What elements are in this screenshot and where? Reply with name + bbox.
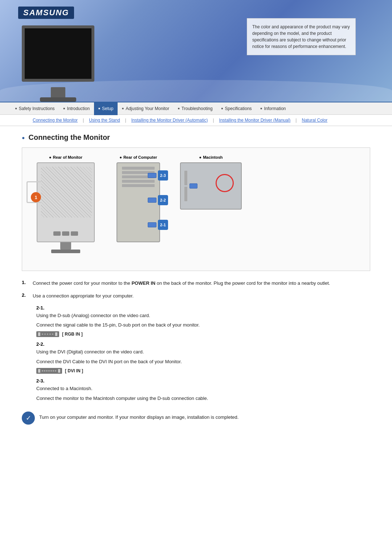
instruction-1: 1. Connect the power cord for your monit…	[22, 280, 370, 287]
note-row: ✓ Turn on your computer and monitor. If …	[22, 408, 370, 428]
subnav-natural-color[interactable]: Natural Color	[298, 118, 331, 123]
port-2	[62, 231, 69, 236]
mac-box	[180, 162, 242, 210]
main-content: Connecting the Monitor Rear of Monitor	[0, 126, 392, 436]
notice-box: The color and appearance of the product …	[247, 18, 356, 55]
header-banner: SAMSUNG The color and appearance of the …	[0, 0, 392, 102]
comp-port-top	[148, 173, 156, 178]
sub-instr-line2-22: Connect the DVI Cable to the DVI IN port…	[36, 358, 370, 366]
step21-badge: 2-1	[158, 220, 168, 230]
nav-adjusting[interactable]: Adjusting Your Monitor	[118, 102, 173, 115]
connection-diagram: Rear of Monitor 1	[22, 147, 370, 271]
nav-troubleshooting[interactable]: Troubleshooting	[173, 102, 217, 115]
comp-slot-1	[122, 167, 155, 170]
subnav-driver-auto[interactable]: Installing the Monitor Driver (Automatic…	[128, 118, 212, 123]
rgb-port-icon	[38, 332, 40, 336]
port-row	[53, 231, 78, 236]
sub-instruction-22: 2-2. Using the DVI (Digital) connector o…	[36, 341, 370, 374]
instr-text-2: Use a connection appropriate for your co…	[33, 292, 134, 300]
subnav-divider-1: |	[83, 118, 84, 123]
power-in-bold: POWER IN	[131, 280, 155, 286]
monitor-base-diagram	[51, 250, 80, 253]
mac-slot-1	[184, 171, 187, 185]
mac-slot-2	[184, 187, 187, 201]
sub-nav: Connecting the Monitor | Using the Stand…	[0, 115, 392, 126]
sub-instr-num-23: 2-3.	[36, 378, 370, 384]
rear-computer-label: Rear of Computer	[119, 155, 157, 159]
sub-instr-line2-23: Connect the monitor to the Macintosh com…	[36, 395, 370, 402]
mac-port	[189, 183, 197, 189]
subnav-divider-4: |	[295, 118, 297, 123]
nav-setup[interactable]: Setup	[94, 102, 118, 115]
nav-safety[interactable]: Safety Instructions	[11, 102, 59, 115]
sub-instruction-23: 2-3. Connected to a Macintosh. Connect t…	[36, 378, 370, 402]
subnav-divider-2: |	[125, 118, 126, 123]
mac-label: Macintosh	[199, 155, 222, 159]
instr-num-1: 1.	[22, 280, 33, 287]
sub-instr-num-21: 2-1.	[36, 305, 370, 311]
comp-port-mid	[148, 198, 156, 203]
step22-badge: 2-2	[158, 195, 168, 205]
nav-specifications[interactable]: Specifications	[217, 102, 256, 115]
step23-badge: 2-3	[158, 170, 168, 181]
subnav-divider-3: |	[213, 118, 214, 123]
sub-instr-line1-22: Using the DVI (Digital) connector on the…	[36, 348, 370, 356]
nav-information[interactable]: Information	[256, 102, 290, 115]
sub-instr-line1-21: Using the D-sub (Analog) connector on th…	[36, 312, 370, 320]
sub-instr-line2-21: Connect the signal cable to the 15-pin, …	[36, 321, 370, 329]
nav-introduction[interactable]: Introduction	[59, 102, 94, 115]
instr-num-2: 2.	[22, 292, 33, 300]
dvi-connector-icon	[36, 368, 62, 374]
rgb-connector-label: [ RGB IN ]	[62, 332, 83, 337]
computer-box: 2-3 2-2 2-1	[117, 162, 160, 242]
monitor-screen	[22, 25, 94, 82]
subnav-stand[interactable]: Using the Stand	[85, 118, 123, 123]
dvi-connector-label: [ DVI IN ]	[65, 368, 83, 373]
comp-port-bot	[148, 222, 156, 227]
mac-section: Macintosh	[175, 155, 247, 210]
sub-instruction-21: 2-1. Using the D-sub (Analog) connector …	[36, 305, 370, 337]
samsung-logo: SAMSUNG	[18, 7, 74, 19]
note-text: Turn on your computer and monitor. If yo…	[39, 412, 238, 421]
rear-monitor-section: Rear of Monitor 1	[29, 155, 102, 253]
sub-instr-num-22: 2-2.	[36, 341, 370, 347]
subnav-connecting[interactable]: Connecting the Monitor	[29, 118, 81, 123]
section-title: Connecting the Monitor	[22, 133, 370, 142]
rear-monitor-label: Rear of Monitor	[49, 155, 82, 159]
instr-text-1: Connect the power cord for your monitor …	[33, 280, 330, 287]
notice-text: The color and appearance of the product …	[252, 24, 350, 49]
rgb-connector-icon	[36, 331, 59, 337]
step1-badge: 1	[31, 192, 41, 202]
port-3	[71, 231, 78, 236]
subnav-driver-manual[interactable]: Installing the Monitor Driver (Manual)	[216, 118, 294, 123]
instruction-2: 2. Use a connection appropriate for your…	[22, 292, 370, 300]
instruction-list: 1. Connect the power cord for your monit…	[22, 280, 370, 428]
monitor-stand-diagram	[60, 242, 71, 250]
dvi-port-icon	[38, 369, 40, 373]
nav-bar: Safety Instructions Introduction Setup A…	[0, 102, 392, 115]
note-icon: ✓	[22, 412, 35, 425]
port-1	[53, 231, 61, 236]
monitor-rear-box: 1	[37, 162, 95, 242]
mac-slots	[184, 171, 187, 201]
sub-instr-line1-23: Connected to a Macintosh.	[36, 385, 370, 393]
mac-port-circle	[216, 174, 234, 192]
wave-decoration	[0, 80, 392, 102]
